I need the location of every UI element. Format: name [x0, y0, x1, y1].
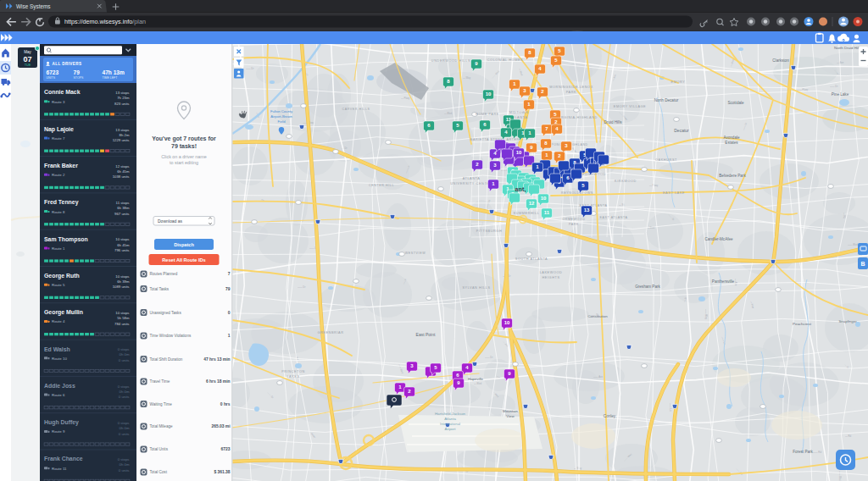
- svg-text:Route 9: Route 9: [52, 429, 65, 434]
- svg-text:0h 0m: 0h 0m: [120, 426, 130, 430]
- svg-text:PRINCETON: PRINCETON: [281, 370, 305, 373]
- svg-text:0 units: 0 units: [119, 432, 130, 436]
- svg-text:1229 units: 1229 units: [113, 138, 130, 142]
- svg-text:Druid Hills: Druid Hills: [604, 120, 623, 124]
- svg-text:6723: 6723: [221, 447, 231, 451]
- svg-text:—— Ln: —— Ln: [669, 403, 672, 412]
- svg-text:Connie Mack: Connie Mack: [44, 89, 81, 95]
- svg-text:SYLVAN HILLS: SYLVAN HILLS: [462, 286, 490, 290]
- svg-text:$ 361.38: $ 361.38: [214, 470, 230, 474]
- svg-text:7h 23m: 7h 23m: [117, 96, 130, 100]
- svg-text:Frank Chance: Frank Chance: [44, 456, 83, 462]
- svg-text:George Ruth: George Ruth: [44, 273, 80, 279]
- svg-text:0h 0m: 0h 0m: [120, 390, 130, 394]
- svg-text:79: 79: [74, 69, 81, 75]
- svg-text:0 units: 0 units: [119, 395, 130, 399]
- svg-text:0h 0m: 0h 0m: [120, 462, 130, 467]
- svg-text:TIME LEFT: TIME LEFT: [103, 76, 119, 80]
- svg-text:WESTVIEW: WESTVIEW: [405, 252, 426, 255]
- svg-text:UNIVERSITY CENTER: UNIVERSITY CENTER: [450, 182, 492, 185]
- svg-text:Time Window Violations: Time Window Violations: [150, 334, 192, 338]
- svg-text:CARVER HILLS: CARVER HILLS: [342, 108, 370, 111]
- svg-text:Route 3: Route 3: [52, 100, 65, 104]
- svg-text:0 stops: 0 stops: [118, 457, 130, 462]
- svg-text:Airport-Brown: Airport-Brown: [270, 114, 292, 119]
- svg-text:—— Ave: —— Ave: [593, 375, 603, 379]
- svg-text:PARK: PARK: [569, 223, 579, 226]
- svg-text:Decatur: Decatur: [674, 128, 689, 133]
- svg-text:0h 0m: 0h 0m: [120, 352, 130, 357]
- svg-text:UNITS: UNITS: [47, 76, 56, 80]
- svg-text:—— Dr: —— Dr: [830, 85, 837, 88]
- svg-text:Estates: Estates: [725, 141, 738, 145]
- svg-text:10: 10: [486, 91, 492, 97]
- svg-text:PARK: PARK: [566, 91, 576, 94]
- svg-text:Route 11: Route 11: [52, 467, 67, 471]
- svg-text:VIRGINIA-HIGHLAND: VIRGINIA-HIGHLAND: [557, 116, 598, 119]
- svg-text:— Way: — Way: [574, 467, 582, 470]
- svg-text:6h 39m: 6h 39m: [117, 279, 130, 284]
- svg-text:265.03 mi: 265.03 mi: [211, 424, 231, 428]
- svg-text:Route 2: Route 2: [52, 173, 65, 177]
- svg-text:Field: Field: [277, 119, 286, 124]
- svg-text:— Ave: — Ave: [734, 279, 737, 286]
- svg-text:EAST ATLANTA: EAST ATLANTA: [600, 216, 628, 219]
- svg-text:HEIGHTS: HEIGHTS: [542, 276, 559, 279]
- svg-text:7: 7: [228, 272, 231, 276]
- svg-text:— Rd: — Rd: [843, 213, 846, 219]
- svg-text:0 units: 0 units: [119, 358, 130, 362]
- svg-text:Total Shift Duration: Total Shift Duration: [150, 357, 183, 362]
- svg-text:REYNOLDSTOWN: REYNOLDSTOWN: [561, 191, 593, 195]
- svg-text:Route 10: Route 10: [52, 357, 67, 361]
- svg-text:13 stops: 13 stops: [115, 128, 129, 132]
- svg-text:10: 10: [516, 150, 522, 155]
- svg-text:0 stops: 0 stops: [118, 384, 130, 389]
- svg-text:07: 07: [23, 55, 31, 64]
- svg-text:Travel Time: Travel Time: [150, 379, 170, 384]
- svg-text:ORMEWOOD: ORMEWOOD: [562, 218, 585, 221]
- svg-text:5h 58m: 5h 58m: [117, 316, 130, 320]
- svg-text:Ed Walsh: Ed Walsh: [44, 346, 70, 352]
- svg-text:12: 12: [529, 201, 535, 206]
- svg-text:6h 45m: 6h 45m: [117, 243, 130, 247]
- svg-text:— Way: — Way: [463, 76, 471, 80]
- svg-text:Hugh Duffey: Hugh Duffey: [44, 419, 79, 426]
- svg-text:https://demo.wisesys.info/plan: https://demo.wisesys.info/plan: [64, 18, 146, 25]
- svg-text:EAST LAKE: EAST LAKE: [663, 191, 685, 195]
- svg-text:MORNINGSIDE-LENOX: MORNINGSIDE-LENOX: [549, 86, 593, 89]
- svg-text:12 stops: 12 stops: [115, 164, 129, 169]
- svg-text:—— Pkwy: —— Pkwy: [797, 88, 809, 91]
- svg-text:Avondale: Avondale: [723, 135, 740, 140]
- svg-text:Conley: Conley: [604, 414, 616, 418]
- svg-text:Fred Tenney: Fred Tenney: [44, 199, 79, 206]
- svg-text:ALL DRIVERS: ALL DRIVERS: [53, 62, 82, 66]
- svg-text:Atlanta: Atlanta: [444, 417, 456, 421]
- svg-text:796 units: 796 units: [114, 248, 129, 252]
- svg-text:Total Cost: Total Cost: [150, 470, 168, 474]
- svg-text:HOME PARK: HOME PARK: [476, 113, 499, 116]
- svg-text:823 units: 823 units: [114, 102, 129, 106]
- svg-text:10 stops: 10 stops: [115, 237, 129, 241]
- svg-text:6 hrs 18 min: 6 hrs 18 min: [206, 379, 231, 384]
- svg-text:— Rd: — Rd: [845, 434, 852, 438]
- svg-text:Fulton County: Fulton County: [270, 109, 293, 113]
- svg-text:International: International: [440, 422, 460, 426]
- svg-text:KIRKWOOD: KIRKWOOD: [615, 180, 637, 183]
- svg-text:Total Mileage: Total Mileage: [150, 424, 174, 428]
- svg-text:to start editing: to start editing: [170, 160, 198, 165]
- svg-text:SUMMERHILL: SUMMERHILL: [514, 212, 540, 215]
- svg-text:Routes Planned: Routes Planned: [150, 272, 178, 276]
- svg-text:10: 10: [504, 320, 510, 325]
- svg-text:— Blvd: — Blvd: [474, 382, 481, 385]
- svg-text:11: 11: [544, 210, 550, 215]
- svg-text:— Pkwy: — Pkwy: [401, 97, 410, 100]
- svg-text:Addie Joss: Addie Joss: [44, 383, 75, 389]
- svg-text:Route 8: Route 8: [52, 210, 65, 214]
- svg-text:May: May: [24, 50, 31, 54]
- svg-text:Hartsfield-Jackson: Hartsfield-Jackson: [435, 412, 466, 416]
- svg-text:Airport: Airport: [445, 427, 457, 431]
- svg-text:Scottdale: Scottdale: [727, 101, 744, 105]
- svg-text:Dispatch: Dispatch: [174, 242, 194, 247]
- svg-text:6h 45m: 6h 45m: [117, 169, 130, 174]
- svg-text:View: View: [506, 414, 515, 418]
